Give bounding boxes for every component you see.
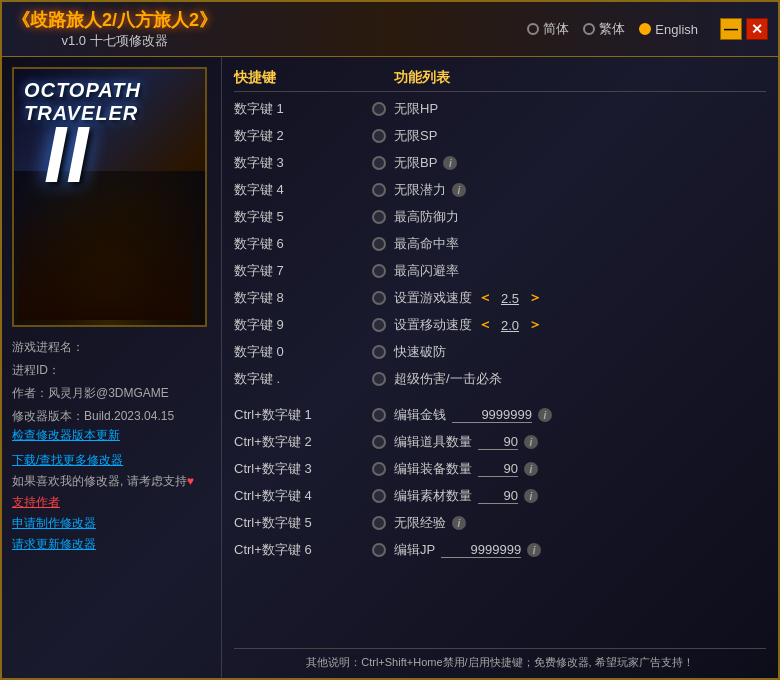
table-row: Ctrl+数字键 4编辑素材数量i: [234, 483, 766, 509]
speed-control: ＜2.0＞: [478, 316, 542, 334]
toggle-area: [364, 435, 394, 449]
table-row: Ctrl+数字键 5无限经验i: [234, 510, 766, 536]
toggle-circle[interactable]: [372, 543, 386, 557]
toggle-circle[interactable]: [372, 237, 386, 251]
func-desc: 编辑金钱i: [394, 406, 766, 424]
toggle-circle[interactable]: [372, 408, 386, 422]
func-desc: 无限SP: [394, 127, 766, 145]
edit-input[interactable]: [478, 434, 518, 450]
info-icon[interactable]: i: [452, 516, 466, 530]
divider-row: [234, 393, 766, 401]
lang-simplified[interactable]: 简体: [527, 20, 569, 38]
support-text: 如果喜欢我的修改器, 请考虑支持♥: [12, 473, 211, 490]
func-desc: 最高防御力: [394, 208, 766, 226]
process-id-row: 进程ID：: [12, 362, 211, 379]
toggle-area: [364, 183, 394, 197]
title-sub: v1.0 十七项修改器: [61, 32, 167, 50]
table-row: 数字键 8设置游戏速度＜2.5＞: [234, 285, 766, 311]
radio-english[interactable]: [639, 23, 651, 35]
toggle-area: [364, 102, 394, 116]
table-row: 数字键 9设置移动速度＜2.0＞: [234, 312, 766, 338]
info-icon[interactable]: i: [524, 489, 538, 503]
edit-input[interactable]: [478, 461, 518, 477]
window-controls: — ✕: [720, 18, 768, 40]
table-row: Ctrl+数字键 6编辑JPi: [234, 537, 766, 563]
toggle-area: [364, 462, 394, 476]
col-func-header: 功能列表: [394, 69, 766, 87]
toggle-circle[interactable]: [372, 318, 386, 332]
support-text-label: 如果喜欢我的修改器, 请考虑支持: [12, 474, 187, 488]
speed-decrease-btn[interactable]: ＜: [478, 289, 492, 307]
request-link2[interactable]: 请求更新修改器: [12, 536, 211, 553]
toggle-circle[interactable]: [372, 129, 386, 143]
bottom-note: 其他说明：Ctrl+Shift+Home禁用/启用快捷键；免费修改器, 希望玩家…: [234, 648, 766, 670]
speed-increase-btn[interactable]: ＞: [528, 289, 542, 307]
key-label: 数字键 1: [234, 100, 364, 118]
table-header: 快捷键 功能列表: [234, 65, 766, 92]
key-label: 数字键 2: [234, 127, 364, 145]
speed-increase-btn[interactable]: ＞: [528, 316, 542, 334]
func-desc-text: 最高闪避率: [394, 262, 459, 280]
table-row: 数字键 5最高防御力: [234, 204, 766, 230]
info-icon[interactable]: i: [538, 408, 552, 422]
edit-input[interactable]: [441, 542, 521, 558]
toggle-circle[interactable]: [372, 489, 386, 503]
speed-decrease-btn[interactable]: ＜: [478, 316, 492, 334]
func-desc-text: 设置游戏速度: [394, 289, 472, 307]
info-icon[interactable]: i: [443, 156, 457, 170]
left-panel: OCTOPATH TRAVELER II 游戏进程名： 进程ID： 作者：风灵月…: [2, 57, 222, 678]
toggle-area: [364, 345, 394, 359]
toggle-circle[interactable]: [372, 372, 386, 386]
table-row: 数字键 .超级伤害/一击必杀: [234, 366, 766, 392]
lang-traditional[interactable]: 繁体: [583, 20, 625, 38]
lang-english[interactable]: English: [639, 22, 698, 37]
func-desc-text: 超级伤害/一击必杀: [394, 370, 502, 388]
toggle-circle[interactable]: [372, 156, 386, 170]
toggle-area: [364, 372, 394, 386]
func-desc: 无限潜力i: [394, 181, 766, 199]
table-row: 数字键 1无限HP: [234, 96, 766, 122]
heart-icon: ♥: [187, 474, 194, 488]
info-icon[interactable]: i: [524, 462, 538, 476]
edit-input[interactable]: [452, 407, 532, 423]
func-desc: 最高闪避率: [394, 262, 766, 280]
toggle-circle[interactable]: [372, 210, 386, 224]
key-label: 数字键 8: [234, 289, 364, 307]
key-label: 数字键 6: [234, 235, 364, 253]
download-link[interactable]: 下载/查找更多修改器: [12, 452, 211, 469]
key-label: 数字键 .: [234, 370, 364, 388]
minimize-button[interactable]: —: [720, 18, 742, 40]
version-row: 修改器版本：Build.2023.04.15 检查修改器版本更新: [12, 408, 211, 444]
support-link[interactable]: 支持作者: [12, 494, 211, 511]
key-label: 数字键 4: [234, 181, 364, 199]
toggle-area: [364, 408, 394, 422]
func-desc: 最高命中率: [394, 235, 766, 253]
toggle-circle[interactable]: [372, 264, 386, 278]
lang-english-label: English: [655, 22, 698, 37]
info-icon[interactable]: i: [452, 183, 466, 197]
toggle-circle[interactable]: [372, 516, 386, 530]
func-desc: 设置游戏速度＜2.5＞: [394, 289, 766, 307]
func-desc-text: 编辑装备数量: [394, 460, 472, 478]
info-icon[interactable]: i: [527, 543, 541, 557]
toggle-circle[interactable]: [372, 435, 386, 449]
toggle-area: [364, 156, 394, 170]
close-button[interactable]: ✕: [746, 18, 768, 40]
func-desc-text: 无限潜力: [394, 181, 446, 199]
toggle-circle[interactable]: [372, 462, 386, 476]
radio-traditional[interactable]: [583, 23, 595, 35]
toggle-circle[interactable]: [372, 183, 386, 197]
func-desc-text: 编辑JP: [394, 541, 435, 559]
toggle-circle[interactable]: [372, 291, 386, 305]
check-update-link[interactable]: 检查修改器版本更新: [12, 427, 211, 444]
toggle-area: [364, 543, 394, 557]
radio-simplified[interactable]: [527, 23, 539, 35]
edit-input[interactable]: [478, 488, 518, 504]
toggle-circle[interactable]: [372, 345, 386, 359]
info-icon[interactable]: i: [524, 435, 538, 449]
func-desc: 超级伤害/一击必杀: [394, 370, 766, 388]
request-link1[interactable]: 申请制作修改器: [12, 515, 211, 532]
toggle-circle[interactable]: [372, 102, 386, 116]
func-desc-text: 编辑素材数量: [394, 487, 472, 505]
title-right: 简体 繁体 English — ✕: [527, 18, 768, 40]
